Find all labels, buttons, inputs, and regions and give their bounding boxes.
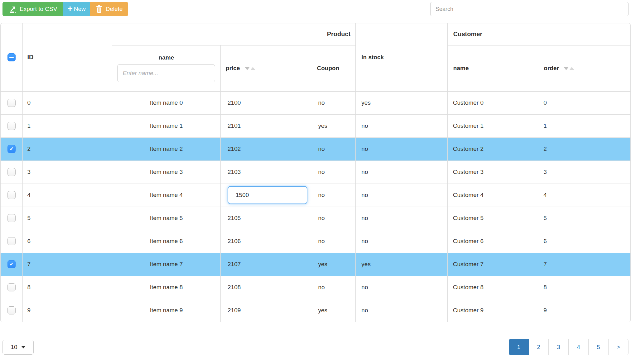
cell-price[interactable]: 2105 — [221, 207, 312, 230]
cell-price[interactable]: 2102 — [221, 137, 312, 160]
cell-price[interactable]: 2108 — [221, 276, 312, 299]
cell-in-stock: no — [356, 114, 448, 137]
cell-in-stock: yes — [356, 253, 448, 276]
trash-icon — [95, 5, 103, 13]
cell-product-name: Item name 2 — [112, 137, 220, 160]
page-button-1[interactable]: 1 — [509, 339, 529, 355]
cell-id: 1 — [23, 114, 112, 137]
cell-price[interactable]: 2100 — [221, 91, 312, 114]
cell-order: 1 — [538, 114, 630, 137]
cell-in-stock: no — [356, 299, 448, 322]
export-csv-button[interactable]: Export to CSV — [2, 2, 63, 16]
row-checkbox-cell — [1, 299, 23, 322]
cell-price[interactable]: 2106 — [221, 230, 312, 253]
table-row[interactable]: 9 Item name 9 2109 yes no Customer 9 9 — [1, 299, 630, 322]
cell-product-name: Item name 0 — [112, 91, 220, 114]
order-label: order — [544, 65, 559, 71]
cell-coupon: no — [312, 276, 356, 299]
cell-product-name: Item name 1 — [112, 114, 220, 137]
cell-price[interactable]: 2103 — [221, 160, 312, 184]
cell-customer-name: Customer 0 — [447, 91, 538, 114]
row-checkbox[interactable] — [7, 99, 16, 107]
table-row[interactable]: 4 Item name 4 no no Customer 4 4 — [1, 184, 630, 207]
row-checkbox[interactable] — [7, 260, 16, 268]
cell-id: 4 — [23, 184, 112, 207]
table-row[interactable]: 6 Item name 6 2106 no no Customer 6 6 — [1, 230, 630, 253]
table-row[interactable]: 1 Item name 1 2101 yes no Customer 1 1 — [1, 114, 630, 137]
row-checkbox-cell — [1, 137, 23, 160]
cell-coupon: no — [312, 91, 356, 114]
plus-icon: + — [67, 4, 72, 13]
cell-customer-name: Customer 2 — [447, 137, 538, 160]
search-input[interactable] — [430, 2, 629, 16]
cell-coupon: no — [312, 230, 356, 253]
cell-price[interactable] — [221, 184, 312, 207]
next-page-button[interactable]: > — [609, 339, 629, 355]
row-checkbox[interactable] — [7, 191, 16, 199]
sort-both-icon[interactable] — [564, 67, 574, 70]
page-button-5[interactable]: 5 — [589, 339, 609, 355]
cell-id: 8 — [23, 276, 112, 299]
page-size-dropdown[interactable]: 10 — [2, 340, 34, 355]
cell-coupon: yes — [312, 253, 356, 276]
row-checkbox[interactable] — [7, 237, 16, 245]
row-checkbox[interactable] — [7, 145, 16, 153]
cell-price[interactable]: 2109 — [221, 299, 312, 322]
row-checkbox-cell — [1, 160, 23, 184]
table-row[interactable]: 0 Item name 0 2100 no yes Customer 0 0 — [1, 91, 630, 114]
top-toolbar: Export to CSV + New Delete — [0, 0, 631, 16]
column-header-coupon: Coupon — [312, 45, 356, 91]
name-filter-input[interactable] — [117, 64, 215, 82]
cell-product-name: Item name 5 — [112, 207, 220, 230]
cell-order: 8 — [538, 276, 630, 299]
cell-coupon: no — [312, 160, 356, 184]
product-name-label: name — [113, 54, 220, 61]
row-checkbox[interactable] — [7, 122, 16, 130]
new-button[interactable]: + New — [63, 2, 90, 16]
column-header-order[interactable]: order — [538, 45, 630, 91]
row-checkbox-cell — [1, 253, 23, 276]
row-checkbox[interactable] — [7, 306, 16, 314]
cell-price[interactable]: 2107 — [221, 253, 312, 276]
cell-in-stock: no — [356, 137, 448, 160]
cell-in-stock: no — [356, 207, 448, 230]
page-button-3[interactable]: 3 — [549, 339, 569, 355]
row-checkbox[interactable] — [7, 214, 16, 222]
row-checkbox[interactable] — [7, 168, 16, 176]
cell-order: 4 — [538, 184, 630, 207]
table-row[interactable]: 7 Item name 7 2107 yes yes Customer 7 7 — [1, 253, 630, 276]
data-table: ID Product In stock Customer name price … — [0, 23, 631, 322]
cell-coupon: no — [312, 207, 356, 230]
table-row[interactable]: 5 Item name 5 2105 no no Customer 5 5 — [1, 207, 630, 230]
cell-id: 7 — [23, 253, 112, 276]
select-all-header-cell — [1, 23, 23, 91]
row-checkbox[interactable] — [7, 283, 16, 291]
group-header-product: Product — [112, 23, 356, 45]
cell-customer-name: Customer 8 — [447, 276, 538, 299]
price-edit-input[interactable] — [228, 186, 307, 204]
column-header-customer-name: name — [447, 45, 538, 91]
column-header-price[interactable]: price — [221, 45, 312, 91]
new-label: New — [74, 6, 86, 12]
page-button-4[interactable]: 4 — [569, 339, 589, 355]
column-header-in-stock: In stock — [356, 23, 448, 91]
cell-product-name: Item name 8 — [112, 276, 220, 299]
page-button-2[interactable]: 2 — [529, 339, 549, 355]
cell-product-name: Item name 4 — [112, 184, 220, 207]
cell-product-name: Item name 7 — [112, 253, 220, 276]
column-header-id: ID — [23, 23, 112, 91]
export-icon — [8, 5, 17, 13]
table-footer: 10 12345> — [2, 339, 629, 355]
table-row[interactable]: 2 Item name 2 2102 no no Customer 2 2 — [1, 137, 630, 160]
cell-price[interactable]: 2101 — [221, 114, 312, 137]
select-all-checkbox[interactable] — [7, 53, 16, 61]
cell-product-name: Item name 9 — [112, 299, 220, 322]
cell-customer-name: Customer 6 — [447, 230, 538, 253]
table-row[interactable]: 8 Item name 8 2108 no no Customer 8 8 — [1, 276, 630, 299]
delete-button[interactable]: Delete — [90, 2, 128, 16]
table-row[interactable]: 3 Item name 3 2103 no no Customer 3 3 — [1, 160, 630, 184]
sort-both-icon[interactable] — [245, 67, 255, 70]
cell-customer-name: Customer 7 — [447, 253, 538, 276]
row-checkbox-cell — [1, 91, 23, 114]
cell-id: 9 — [23, 299, 112, 322]
